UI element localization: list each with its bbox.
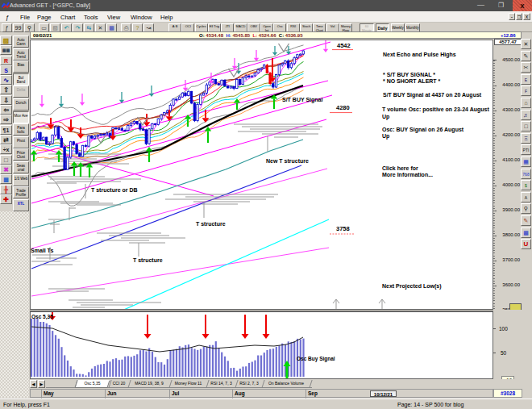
svg-text:Up: Up: [382, 133, 389, 140]
svg-text:Next Projected Low(s): Next Projected Low(s): [382, 283, 442, 290]
svg-text:T structure: T structure: [196, 221, 226, 227]
svg-text:S/T BUY Signal at 4437 on 20 A: S/T BUY Signal at 4437 on 20 August: [383, 92, 482, 98]
svg-text:* S/T BUY SIGNAL *: * S/T BUY SIGNAL *: [383, 72, 435, 77]
svg-text:More Information...: More Information...: [382, 172, 433, 177]
svg-text:New T structure: New T structure: [266, 158, 309, 164]
svg-text:3758: 3758: [336, 225, 350, 232]
svg-text:S/T BUY Signal: S/T BUY Signal: [282, 97, 322, 103]
svg-text:4280: 4280: [336, 104, 350, 111]
svg-text:T structure or DB: T structure or DB: [91, 187, 138, 193]
svg-text:Osc Buy Signal: Osc Buy Signal: [297, 356, 335, 362]
svg-text:Up: Up: [382, 114, 389, 120]
svg-text:4542: 4542: [337, 42, 351, 49]
svg-text:* NO SHORT ALERT *: * NO SHORT ALERT *: [383, 78, 441, 84]
svg-text:T structure: T structure: [133, 257, 163, 263]
svg-text:Small Ts: Small Ts: [31, 248, 53, 253]
svg-text:Click here for: Click here for: [382, 165, 418, 171]
svg-text:Next Echo and Pulse Highs: Next Echo and Pulse Highs: [383, 52, 456, 58]
svg-text:Osc: BUY Signal on 26 August: Osc: BUY Signal on 26 August: [382, 127, 464, 133]
svg-text:Osc 5,35: Osc 5,35: [31, 314, 53, 320]
svg-text:T volume Osc: positive on 23-2: T volume Osc: positive on 23-24 August: [382, 106, 489, 113]
